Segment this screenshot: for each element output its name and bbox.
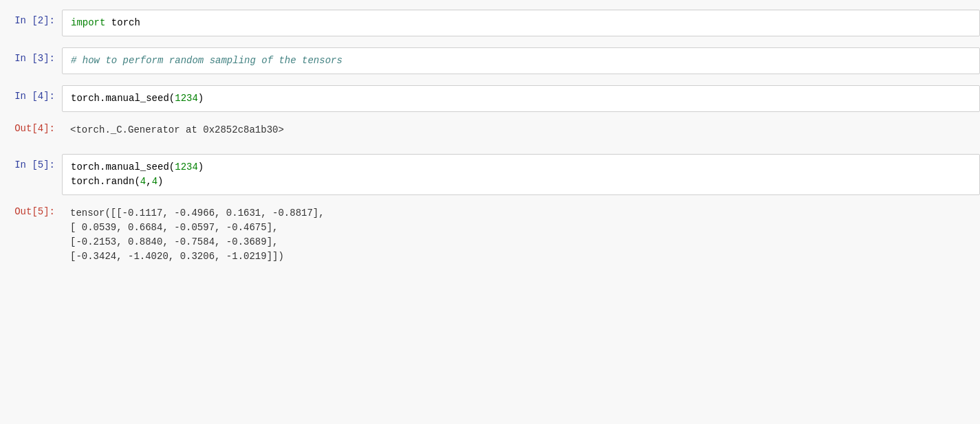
number-4-2: 4 xyxy=(152,176,157,187)
tensor-line-1: tensor([[-0.1117, -0.4966, 0.1631, -0.88… xyxy=(70,206,972,221)
cell-input-2[interactable]: import torch xyxy=(62,10,980,36)
cell-label-out-5: Out[5]: xyxy=(0,201,62,223)
code-text: ) xyxy=(157,176,163,187)
cell-input-3[interactable]: # how to perform random sampling of the … xyxy=(62,47,980,74)
code-text: torch.manual_seed( xyxy=(71,93,175,104)
number-1234-2: 1234 xyxy=(175,161,198,172)
output-generator: <torch._C.Generator at 0x2852c8a1b30> xyxy=(70,124,284,135)
code-line-1: torch.manual_seed(1234) xyxy=(71,160,971,175)
number-4-1: 4 xyxy=(140,176,146,187)
code-text: ) xyxy=(198,161,204,172)
cell-in-3: In [3]: # how to perform random sampling… xyxy=(0,45,980,77)
number-1234-1: 1234 xyxy=(175,93,198,104)
keyword-import: import xyxy=(71,17,105,28)
cell-out-5: Out[5]: tensor([[-0.1117, -0.4966, 0.163… xyxy=(0,198,980,272)
cell-in-5: In [5]: torch.manual_seed(1234) torch.ra… xyxy=(0,151,980,198)
cell-output-4: <torch._C.Generator at 0x2852c8a1b30> xyxy=(62,118,980,143)
cell-label-in-4: In [4]: xyxy=(0,85,62,107)
comment-text: # how to perform random sampling of the … xyxy=(71,55,342,66)
code-text: torch xyxy=(105,17,140,28)
code-line-2: torch.randn(4,4) xyxy=(71,175,971,189)
cell-out-4: Out[4]: <torch._C.Generator at 0x2852c8a… xyxy=(0,115,980,146)
cell-input-4[interactable]: torch.manual_seed(1234) xyxy=(62,85,980,112)
code-text: torch.randn( xyxy=(71,176,140,187)
tensor-line-3: [-0.2153, 0.8840, -0.7584, -0.3689], xyxy=(70,235,972,249)
cell-label-in-3: In [3]: xyxy=(0,47,62,69)
tensor-line-2: [ 0.0539, 0.6684, -0.0597, -0.4675], xyxy=(70,221,972,235)
cell-in-4: In [4]: torch.manual_seed(1234) xyxy=(0,82,980,115)
cell-in-2: In [2]: import torch xyxy=(0,7,980,39)
tensor-line-4: [-0.3424, -1.4020, 0.3206, -1.0219]]) xyxy=(70,249,972,264)
code-text: , xyxy=(146,176,151,187)
code-text: torch.manual_seed( xyxy=(71,161,175,172)
cell-output-5: tensor([[-0.1117, -0.4966, 0.1631, -0.88… xyxy=(62,201,980,269)
notebook: In [2]: import torch In [3]: # how to pe… xyxy=(0,7,980,272)
cell-label-in-5: In [5]: xyxy=(0,154,62,176)
cell-input-5[interactable]: torch.manual_seed(1234) torch.randn(4,4) xyxy=(62,154,980,195)
cell-label-in-2: In [2]: xyxy=(0,10,62,32)
cell-label-out-4: Out[4]: xyxy=(0,118,62,140)
code-text: ) xyxy=(198,93,204,104)
